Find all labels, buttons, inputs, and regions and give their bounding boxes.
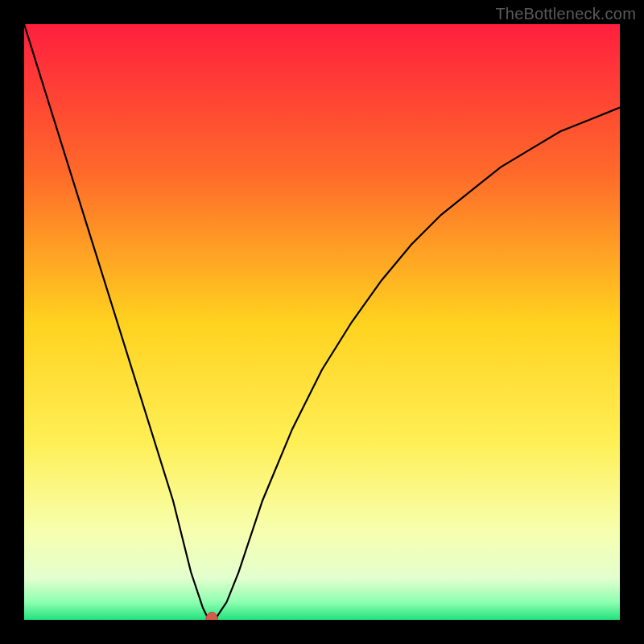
watermark-text: TheBottleneck.com	[495, 5, 636, 23]
chart-frame: TheBottleneck.com	[0, 0, 644, 644]
chart-svg	[24, 24, 620, 620]
gradient-background	[24, 24, 620, 620]
plot-area	[24, 24, 620, 620]
